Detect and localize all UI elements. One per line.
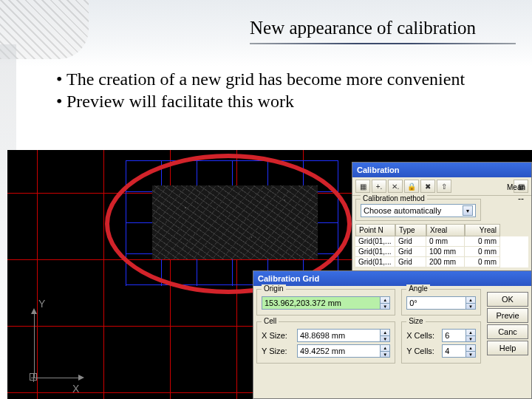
table-row[interactable]: Grid(01,... Grid 100 mm 0 mm [355, 247, 528, 257]
angle-legend: Angle [406, 284, 430, 293]
slide-title: New appearance of calibration [250, 18, 476, 38]
screenshot-figure: Y X Calibration ▦ +. ✕. 🔒 ✖ ⇧ ▦ Mean -- … [7, 150, 532, 399]
ycells-stepper[interactable]: ▲▼ [466, 344, 476, 358]
shift-icon[interactable]: ⇧ [437, 180, 451, 193]
ysize-label: Y Size: [262, 347, 297, 355]
bullet-dot: • [56, 90, 66, 112]
clear-icon[interactable]: ✖ [420, 180, 435, 193]
bullet-text: Preview will facilitate this work [66, 90, 294, 112]
mean-label: Mean [507, 183, 525, 191]
origin-stepper[interactable]: ▲▼ [380, 296, 390, 310]
chevron-down-icon[interactable]: ▾ [463, 205, 473, 216]
preview-button[interactable]: Previe [487, 308, 528, 323]
origin-legend: Origin [262, 284, 286, 293]
method-legend: Calibration method [361, 194, 427, 202]
bullet-dot: • [56, 68, 66, 90]
xcells-input[interactable]: 6 [442, 329, 466, 342]
y-axis-label: Y [38, 298, 45, 310]
points-table-header: Point N Type Xreal Yreal [355, 224, 528, 236]
bullet-list: •The creation of a new grid has become m… [56, 68, 499, 112]
delete-point-icon[interactable]: ✕. [388, 180, 403, 193]
ycells-label: Y Cells: [406, 347, 442, 355]
xsize-label: X Size: [262, 331, 297, 340]
add-point-icon[interactable]: +. [372, 180, 386, 193]
mean-value: -- [518, 194, 524, 204]
origin-input[interactable]: 153.962,203.372 mm [262, 296, 381, 310]
angle-stepper[interactable]: ▲▼ [466, 296, 476, 310]
help-button[interactable]: Help [487, 341, 528, 355]
calibration-grid-dialog: Calibration Grid Origin 153.962,203.372 … [253, 270, 532, 399]
table-row[interactable]: Grid(01,... Grid 0 mm 0 mm [355, 236, 528, 247]
cell-legend: Cell [262, 317, 279, 325]
xcells-label: X Cells: [406, 331, 442, 340]
cancel-button[interactable]: Canc [487, 324, 528, 339]
calibration-method-select[interactable]: Choose automatically ▾ [361, 204, 476, 217]
ysize-input[interactable]: 49.4252 mm [297, 344, 381, 358]
lock-icon[interactable]: 🔒 [404, 180, 419, 193]
ok-button[interactable]: OK [487, 292, 528, 307]
grid-dialog-title[interactable]: Calibration Grid [253, 271, 531, 286]
title-underline [250, 43, 516, 44]
xsize-input[interactable]: 48.8698 mm [297, 329, 381, 342]
xcells-stepper[interactable]: ▲▼ [466, 329, 476, 342]
ysize-stepper[interactable]: ▲▼ [380, 344, 390, 358]
table-row[interactable]: Grid(01,... Grid 200 mm 0 mm [355, 257, 528, 267]
grid-icon[interactable]: ▦ [355, 180, 370, 193]
xsize-stepper[interactable]: ▲▼ [380, 329, 390, 342]
size-legend: Size [406, 317, 425, 325]
ycells-input[interactable]: 4 [442, 344, 466, 358]
calibration-panel-title[interactable]: Calibration [352, 163, 531, 177]
calibration-toolbar: ▦ +. ✕. 🔒 ✖ ⇧ ▦ [352, 177, 531, 196]
bullet-text: The creation of a new grid has become mo… [66, 68, 465, 90]
angle-input[interactable]: 0° [406, 296, 466, 310]
